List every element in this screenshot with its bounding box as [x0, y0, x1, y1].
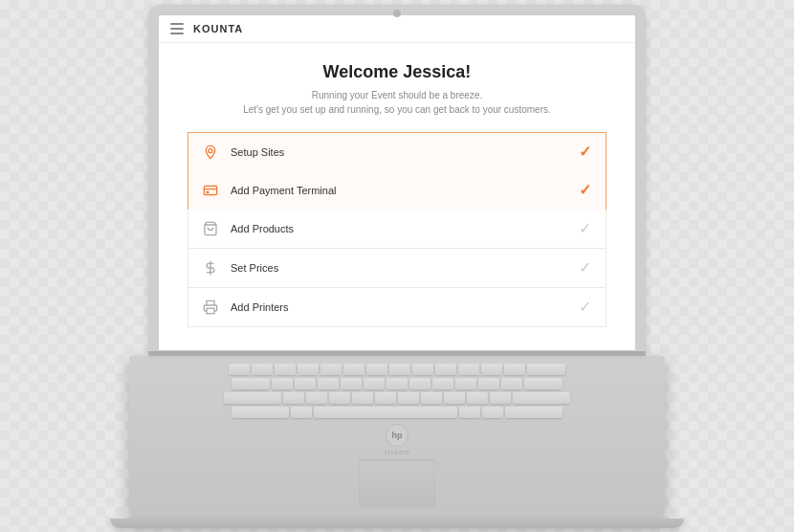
stream-text: stream	[384, 449, 409, 455]
steps-list: Setup Sites ✓	[187, 132, 607, 327]
key[interactable]	[283, 392, 304, 404]
key[interactable]	[412, 364, 433, 375]
key[interactable]	[389, 364, 410, 375]
terminal-icon	[200, 180, 221, 201]
laptop-container: KOUNTA Welcome Jessica! Running your Eve…	[110, 5, 684, 528]
cart-icon	[200, 218, 221, 239]
key[interactable]	[481, 364, 502, 375]
keyboard-area: hp stream	[129, 356, 665, 519]
step-label-setup-sites: Setup Sites	[231, 146, 575, 158]
step-set-prices[interactable]: Set Prices ✓	[187, 248, 607, 287]
key[interactable]	[467, 392, 488, 404]
key[interactable]	[341, 378, 362, 389]
hp-logo: hp	[386, 424, 408, 447]
top-bar: KOUNTA	[159, 15, 635, 43]
step-label-set-prices: Set Prices	[231, 262, 575, 274]
key[interactable]	[224, 392, 281, 404]
key[interactable]	[275, 364, 296, 375]
key[interactable]	[366, 364, 387, 375]
key[interactable]	[459, 407, 480, 418]
hp-logo-area: hp	[386, 424, 408, 447]
svg-rect-3	[207, 191, 209, 192]
key[interactable]	[329, 392, 350, 404]
key[interactable]	[398, 392, 419, 404]
welcome-subtitle: Running your Event should be a breeze. L…	[187, 88, 607, 117]
key[interactable]	[455, 378, 476, 389]
key[interactable]	[232, 407, 289, 418]
step-label-add-payment-terminal: Add Payment Terminal	[231, 185, 575, 196]
keyboard-rows	[148, 364, 646, 418]
key[interactable]	[320, 364, 342, 375]
key[interactable]	[306, 392, 327, 404]
laptop-bottom-edge	[110, 519, 684, 528]
key[interactable]	[375, 392, 396, 404]
main-content: Welcome Jessica! Running your Event shou…	[159, 43, 635, 350]
svg-rect-1	[204, 186, 216, 194]
step-label-add-products: Add Products	[231, 223, 575, 234]
laptop-hinge	[148, 351, 646, 356]
key[interactable]	[343, 364, 364, 375]
location-icon	[200, 142, 221, 163]
dollar-icon	[200, 257, 221, 278]
check-add-printers: ✓	[575, 298, 594, 317]
key[interactable]	[482, 407, 503, 418]
key[interactable]	[409, 378, 430, 389]
key[interactable]	[318, 378, 339, 389]
key[interactable]	[527, 364, 565, 375]
key[interactable]	[232, 378, 270, 389]
key[interactable]	[458, 364, 479, 375]
hamburger-menu[interactable]	[170, 23, 184, 34]
key[interactable]	[229, 364, 250, 375]
step-add-printers[interactable]: Add Printers ✓	[187, 287, 607, 327]
key[interactable]	[252, 364, 273, 375]
key[interactable]	[513, 392, 570, 404]
laptop-screen-outer: KOUNTA Welcome Jessica! Running your Eve…	[148, 5, 646, 351]
step-setup-sites[interactable]: Setup Sites ✓	[187, 132, 607, 171]
laptop-bottom-section: hp stream	[359, 422, 435, 507]
key[interactable]	[524, 378, 562, 389]
key[interactable]	[501, 378, 522, 389]
brand-name: KOUNTA	[193, 23, 243, 34]
key[interactable]	[352, 392, 373, 404]
check-set-prices: ✓	[575, 258, 594, 277]
key[interactable]	[478, 378, 499, 389]
subtitle-line2: Let's get you set up and running, so you…	[243, 104, 551, 115]
key[interactable]	[272, 378, 293, 389]
step-add-products[interactable]: Add Products ✓	[187, 210, 607, 248]
key[interactable]	[444, 392, 465, 404]
step-add-payment-terminal[interactable]: Add Payment Terminal ✓	[187, 171, 607, 210]
subtitle-line1: Running your Event should be a breeze.	[312, 90, 482, 100]
check-setup-sites: ✓	[575, 143, 594, 162]
key[interactable]	[295, 378, 316, 389]
key[interactable]	[505, 407, 562, 418]
key[interactable]	[298, 364, 319, 375]
key[interactable]	[421, 392, 442, 404]
check-add-products: ✓	[575, 219, 594, 238]
printer-icon	[200, 297, 221, 318]
welcome-title: Welcome Jessica!	[187, 62, 607, 82]
trackpad[interactable]	[359, 459, 435, 507]
svg-rect-6	[207, 308, 214, 313]
step-label-add-printers: Add Printers	[231, 301, 575, 313]
key[interactable]	[432, 378, 453, 389]
svg-point-0	[209, 148, 212, 152]
laptop-screen: KOUNTA Welcome Jessica! Running your Eve…	[158, 14, 636, 351]
key[interactable]	[435, 364, 456, 375]
check-payment-terminal: ✓	[575, 181, 594, 200]
key[interactable]	[386, 378, 408, 389]
key[interactable]	[364, 378, 385, 389]
key[interactable]	[291, 407, 312, 418]
key[interactable]	[490, 392, 511, 404]
spacebar-key[interactable]	[314, 407, 457, 418]
key[interactable]	[504, 364, 525, 375]
